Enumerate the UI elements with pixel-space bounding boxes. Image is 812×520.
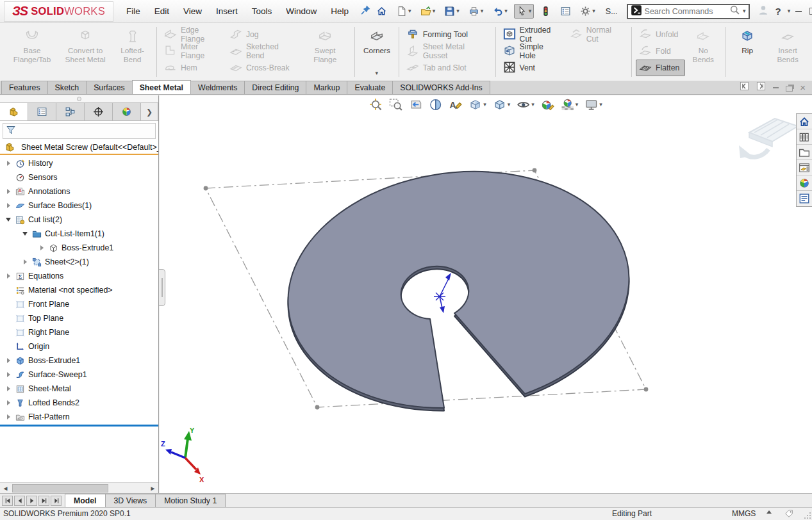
tree-item-front-plane[interactable]: Front Plane (0, 297, 158, 311)
save-button[interactable]: ▾ (442, 4, 462, 19)
tree-collapsed-arrow-icon[interactable] (4, 372, 13, 377)
resize-grip[interactable] (804, 512, 811, 519)
pin-menu-button[interactable] (358, 3, 374, 20)
panel-collapse-handle[interactable] (159, 269, 165, 306)
scrollbar-thumb[interactable] (12, 484, 108, 492)
tree-expanded-arrow-icon[interactable] (21, 232, 29, 236)
tab-sheet-metal[interactable]: Sheet Metal (132, 80, 191, 94)
custom-properties-button[interactable] (797, 191, 812, 206)
search-icon[interactable] (729, 4, 740, 18)
previous-view-button[interactable] (408, 97, 423, 112)
dropdown-caret-icon[interactable]: ▾ (481, 8, 484, 14)
rebuild-button[interactable] (538, 4, 554, 19)
hide-show-items-button[interactable]: ▾ (516, 97, 535, 112)
tree-item-cut-list-2[interactable]: Cut list(2) (0, 213, 158, 227)
tab-markup[interactable]: Markup (306, 81, 347, 94)
menu-window[interactable]: Window (286, 6, 317, 16)
login-button[interactable] (758, 4, 769, 19)
tab-direct-editing[interactable]: Direct Editing (244, 81, 306, 94)
tree-item-right-plane[interactable]: Right Plane (0, 325, 158, 339)
tree-item-sensors[interactable]: Sensors (0, 170, 158, 184)
motion-prev-button[interactable] (14, 496, 25, 506)
units-caret-icon[interactable] (766, 510, 772, 514)
tree-item-lofted-bends2[interactable]: Lofted Bends2 (0, 396, 158, 410)
featuremanager-tab[interactable] (0, 103, 28, 120)
tree-item-flat-pattern[interactable]: Flat-Pattern (0, 410, 158, 424)
tree-expanded-arrow-icon[interactable] (4, 218, 13, 222)
configurationmanager-tab[interactable] (56, 103, 85, 120)
tree-collapsed-arrow-icon[interactable] (21, 259, 29, 264)
tree-item-surface-sweep1[interactable]: Surface-Sweep1 (0, 368, 158, 382)
menu-help[interactable]: Help (331, 6, 349, 16)
motion-next-button[interactable] (26, 496, 37, 506)
model-view[interactable]: Y Z X (160, 95, 812, 493)
tree-collapsed-arrow-icon[interactable] (4, 161, 13, 166)
panel-splitter[interactable] (0, 95, 158, 102)
search-caret-icon[interactable]: ▾ (743, 8, 746, 14)
edit-appearance-button[interactable] (540, 97, 555, 112)
part-top-face[interactable] (288, 172, 629, 408)
dropdown-caret-icon[interactable]: ▾ (376, 70, 379, 77)
open-button[interactable]: ▾ (418, 4, 438, 19)
display-style-button[interactable]: ▾ (492, 97, 511, 112)
displaymanager-tab[interactable] (113, 103, 141, 120)
tree-item-surface-bodies-1[interactable]: Surface Bodies(1) (0, 199, 158, 213)
tree-collapsed-arrow-icon[interactable] (4, 386, 13, 391)
scroll-right-icon[interactable]: ► (147, 485, 158, 492)
tree-collapsed-arrow-icon[interactable] (4, 414, 13, 419)
dimxpertmanager-tab[interactable] (85, 103, 113, 120)
tree-item-history[interactable]: History (0, 156, 158, 170)
dropdown-caret-icon[interactable]: ▾ (529, 8, 532, 14)
apply-scene-button[interactable]: ▾ (560, 97, 579, 112)
tree-collapsed-arrow-icon[interactable] (4, 189, 13, 194)
dropdown-caret-icon[interactable]: ▾ (576, 102, 579, 108)
tab-features[interactable]: Features (1, 81, 48, 94)
tree-filter[interactable] (3, 123, 156, 139)
bottom-tab-motion-study-1[interactable]: Motion Study 1 (155, 494, 226, 507)
graphics-area[interactable]: Y Z X A▾▾▾▾▾ (160, 95, 812, 493)
tree-collapsed-arrow-icon[interactable] (4, 358, 13, 363)
forming-tool-button[interactable]: Forming Tool (403, 26, 492, 43)
tree-item-equations[interactable]: ΣEquations (0, 269, 158, 283)
scroll-left-icon[interactable]: ◄ (0, 485, 11, 492)
hide-show-annotations-button[interactable]: A (448, 97, 463, 112)
rip-button[interactable]: Rip (729, 24, 765, 79)
bottom-tab-3d-views[interactable]: 3D Views (105, 494, 156, 507)
vent-button[interactable]: Vent (500, 60, 567, 76)
panel-flyout-chevron[interactable]: ❯ (141, 103, 158, 120)
search-box[interactable]: ▾ (627, 4, 750, 19)
dropdown-caret-icon[interactable]: ▾ (433, 8, 436, 14)
dropdown-caret-icon[interactable]: ▾ (504, 8, 508, 14)
tree-collapsed-arrow-icon[interactable] (37, 245, 46, 250)
dropdown-caret-icon[interactable]: ▾ (508, 102, 511, 108)
minimize-button[interactable] (795, 11, 802, 12)
tree-item-sheet-2-1[interactable]: Sheet<2>(1) (0, 255, 158, 269)
tree-item-boss-extrude1[interactable]: Boss-Extrude1 (0, 241, 158, 255)
tree-item-origin[interactable]: Origin (0, 339, 158, 353)
select-button[interactable]: ▾ (514, 4, 534, 19)
bottom-tab-model[interactable]: Model (65, 494, 106, 507)
tab-solidworks-add-ins[interactable]: SOLIDWORKS Add-Ins (392, 81, 490, 94)
settings-button[interactable]: ▾ (577, 4, 598, 19)
motion-playbar-button[interactable] (51, 496, 62, 506)
pane-next-icon[interactable] (756, 81, 766, 93)
view-orientation-button[interactable]: ▾ (468, 97, 487, 112)
appearances-scenes-button[interactable] (797, 175, 812, 191)
undo-button[interactable]: ▾ (490, 4, 510, 19)
panel-horizontal-scrollbar[interactable]: ◄ ► (0, 482, 158, 493)
tree-item-cut-list-item1-1[interactable]: Cut-List-Item1(1) (0, 227, 158, 241)
zoom-to-fit-button[interactable] (369, 97, 383, 112)
flatten-button[interactable]: Flatten (636, 60, 685, 76)
tree-item-material-not-specified[interactable]: Material <not specified> (0, 283, 158, 297)
home-button[interactable] (374, 4, 390, 19)
restore-button[interactable]: ↔ (809, 8, 812, 15)
document-close-button[interactable]: × (800, 83, 806, 92)
tab-weldments[interactable]: Weldments (190, 81, 245, 94)
tree-collapsed-arrow-icon[interactable] (4, 400, 13, 405)
search-input[interactable] (645, 7, 727, 16)
motion-last-button[interactable] (38, 496, 49, 506)
units-selector[interactable]: MMGS (732, 509, 756, 518)
tab-evaluate[interactable]: Evaluate (347, 81, 393, 94)
dropdown-caret-icon[interactable]: ▾ (599, 102, 602, 108)
rollback-bar[interactable] (0, 425, 158, 427)
